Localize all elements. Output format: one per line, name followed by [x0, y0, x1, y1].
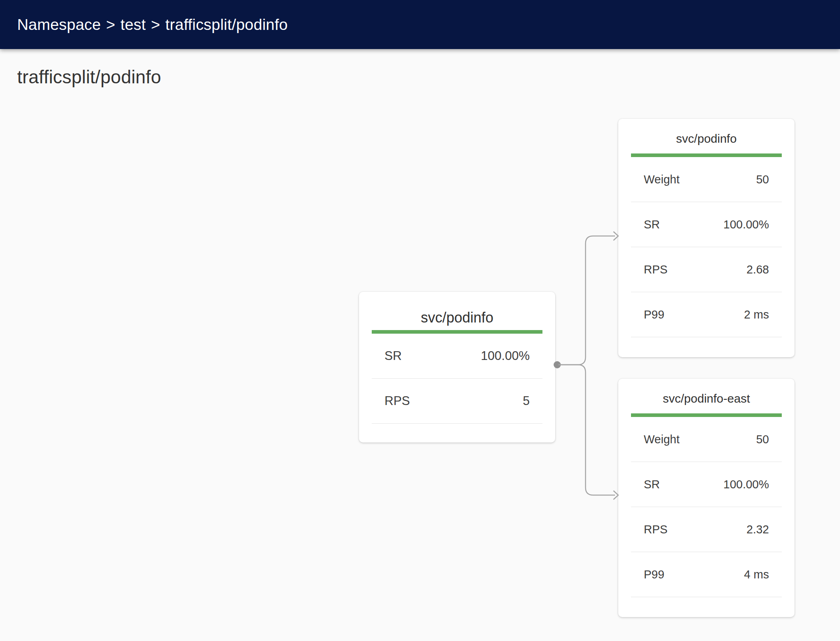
- success-rate-accent-bar: [631, 413, 782, 417]
- edge-to-target-podinfo-east: [558, 365, 615, 495]
- metric-label: SR: [385, 349, 402, 363]
- breadcrumb-separator: >: [106, 16, 115, 33]
- metric-label: RPS: [644, 523, 668, 536]
- metric-value: 100.00%: [481, 349, 530, 363]
- split-target-card-podinfo-east: svc/podinfo-east Weight 50 SR 100.00% RP…: [618, 379, 795, 617]
- metric-value: 50: [756, 173, 769, 186]
- metric-value: 5: [523, 394, 530, 408]
- metric-row-rps: RPS 2.32: [631, 507, 782, 552]
- target-service-title[interactable]: svc/podinfo-east: [618, 379, 795, 406]
- metric-value: 100.00%: [724, 218, 769, 231]
- metric-value: 100.00%: [724, 478, 769, 491]
- metric-row-weight: Weight 50: [631, 417, 782, 462]
- metric-value: 2.68: [747, 263, 769, 276]
- metric-label: P99: [644, 568, 665, 581]
- arrowhead-icon: [613, 491, 618, 499]
- metric-label: P99: [644, 308, 665, 321]
- metric-value: 50: [756, 433, 769, 446]
- metric-row-weight: Weight 50: [631, 157, 782, 202]
- app-header: Namespace>test>trafficsplit/podinfo: [0, 0, 840, 49]
- apex-service-title[interactable]: svc/podinfo: [359, 292, 555, 327]
- target-service-title[interactable]: svc/podinfo: [618, 119, 795, 146]
- metric-label: RPS: [644, 263, 668, 276]
- metric-value: 2.32: [747, 523, 769, 536]
- success-rate-accent-bar: [372, 330, 542, 334]
- metric-label: Weight: [644, 173, 680, 186]
- metric-row-sr: SR 100.00%: [631, 202, 782, 247]
- metric-label: RPS: [385, 394, 410, 408]
- metric-row-p99: P99 4 ms: [631, 552, 782, 597]
- metric-row-rps: RPS 5: [372, 379, 542, 424]
- metric-value: 4 ms: [744, 568, 769, 581]
- metric-label: SR: [644, 478, 660, 491]
- metric-label: SR: [644, 218, 660, 231]
- breadcrumb-item-namespace-name[interactable]: test: [120, 16, 146, 33]
- success-rate-accent-bar: [631, 153, 782, 157]
- split-target-card-podinfo: svc/podinfo Weight 50 SR 100.00% RPS 2.6…: [618, 119, 795, 357]
- metric-value: 2 ms: [744, 308, 769, 321]
- breadcrumb-separator: >: [151, 16, 160, 33]
- breadcrumb-item-namespace[interactable]: Namespace: [17, 16, 101, 33]
- metric-label: Weight: [644, 433, 680, 446]
- metric-row-sr: SR 100.00%: [631, 462, 782, 507]
- metric-row-rps: RPS 2.68: [631, 247, 782, 292]
- metric-row-p99: P99 2 ms: [631, 292, 782, 337]
- page-title: trafficsplit/podinfo: [17, 66, 161, 88]
- edge-to-target-podinfo: [558, 236, 615, 365]
- arrowhead-icon: [613, 232, 618, 240]
- traffic-split-graph: trafficsplit/podinfo svc/podinfo SR 100.…: [0, 0, 840, 641]
- breadcrumb-item-current: trafficsplit/podinfo: [166, 16, 288, 33]
- breadcrumb: Namespace>test>trafficsplit/podinfo: [17, 16, 288, 33]
- apex-service-card: svc/podinfo SR 100.00% RPS 5: [359, 292, 555, 442]
- metric-row-sr: SR 100.00%: [372, 334, 542, 379]
